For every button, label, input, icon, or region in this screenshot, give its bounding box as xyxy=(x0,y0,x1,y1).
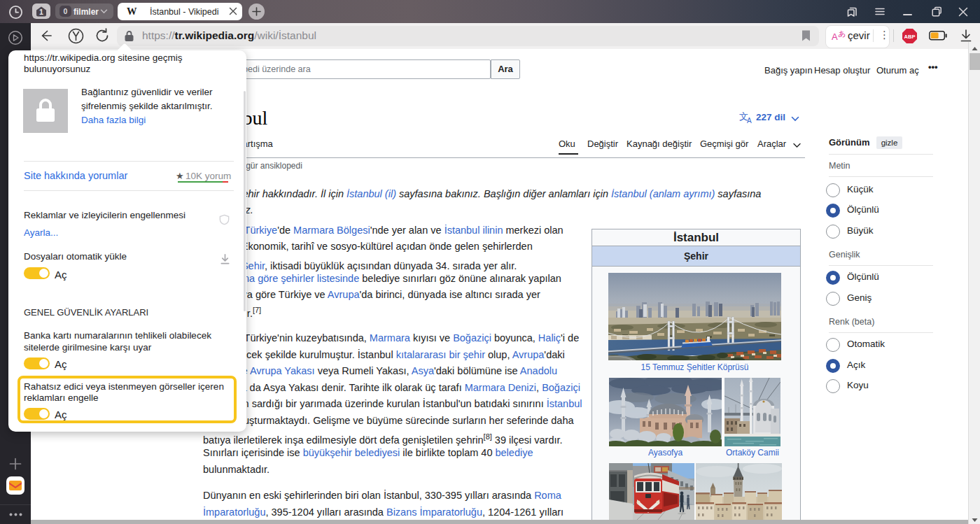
svg-text:A: A xyxy=(832,31,838,42)
svg-text:あ: あ xyxy=(838,29,846,38)
svg-text:ABP: ABP xyxy=(904,34,916,40)
svg-text:1: 1 xyxy=(39,8,43,16)
svg-text:A: A xyxy=(747,117,752,124)
